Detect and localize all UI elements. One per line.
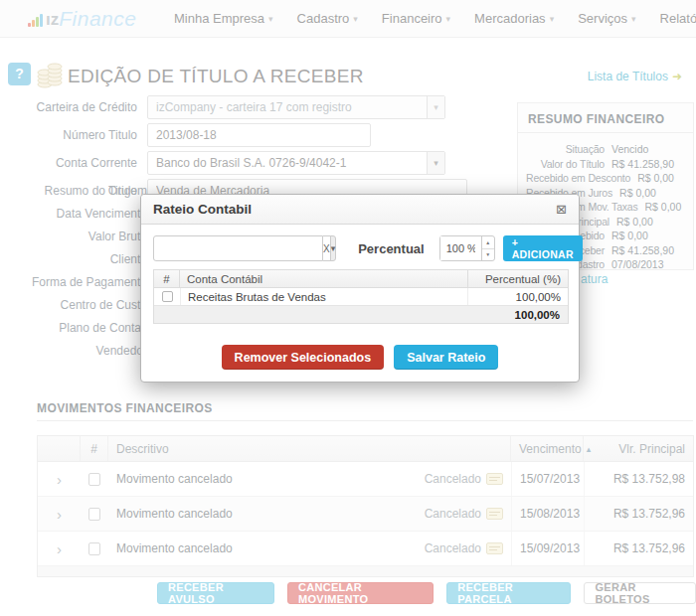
row-checkbox[interactable] (162, 291, 173, 302)
rateio-table-header: # Conta Contábil Percentual (%) (154, 270, 568, 288)
percentual-value: 100,00% (468, 288, 568, 305)
percentual-label: Percentual (358, 241, 424, 256)
remover-selecionados-button[interactable]: Remover Selecionados (222, 345, 385, 370)
conta-contabil-column-header: Conta Contábil (180, 270, 468, 287)
spin-up-icon[interactable]: ▲ (482, 236, 494, 249)
rateio-row: Receitas Brutas de Vendas 100,00% (154, 288, 568, 306)
rateio-total: 100,00% (154, 306, 568, 323)
modal-body: X ▾ Percentual ▲ ▼ + ADICIONAR # Conta C… (141, 225, 579, 381)
rateio-contabil-modal: Rateio Contabil ⊠ X ▾ Percentual ▲ ▼ + A… (140, 194, 580, 383)
percentual-column-header: Percentual (%) (468, 270, 568, 287)
close-icon[interactable]: ⊠ (556, 202, 567, 217)
conta-contabil-value: Receitas Brutas de Vendas (180, 288, 468, 305)
conta-contabil-combobox[interactable] (153, 235, 323, 261)
adicionar-button[interactable]: + ADICIONAR (503, 235, 583, 261)
modal-header[interactable]: Rateio Contabil ⊠ (141, 195, 579, 225)
modal-title: Rateio Contabil (153, 202, 252, 217)
num-column-header: # (154, 270, 180, 287)
percentual-spinner: ▲ ▼ (439, 235, 495, 261)
chevron-down-icon[interactable]: ▾ (330, 235, 337, 261)
rateio-table: # Conta Contábil Percentual (%) Receitas… (153, 269, 569, 324)
salvar-rateio-button[interactable]: Salvar Rateio (394, 345, 498, 370)
spin-down-icon[interactable]: ▼ (482, 249, 494, 261)
percentual-input[interactable] (440, 236, 481, 260)
